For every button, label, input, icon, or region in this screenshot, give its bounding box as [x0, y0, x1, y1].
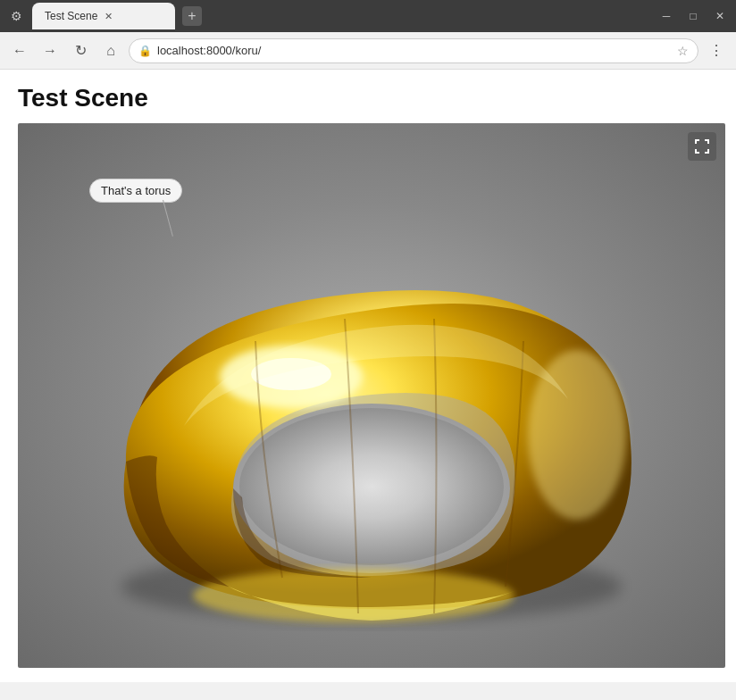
tooltip-text: That's a torus: [101, 184, 171, 197]
fullscreen-button[interactable]: [688, 132, 716, 161]
close-button[interactable]: ✕: [711, 7, 729, 25]
address-bar[interactable]: 🔒 localhost:8000/koru/ ☆: [129, 38, 698, 63]
maximize-button[interactable]: □: [684, 7, 702, 25]
svg-rect-1: [695, 139, 697, 144]
address-text: localhost:8000/koru/: [157, 44, 672, 57]
torus-tooltip: That's a torus: [89, 179, 182, 203]
tab-close-button[interactable]: ✕: [105, 11, 113, 22]
page-content: Test Scene That's a torus: [0, 70, 736, 682]
minimize-button[interactable]: ─: [657, 7, 675, 25]
svg-point-12: [239, 408, 504, 565]
new-tab-button[interactable]: +: [182, 6, 202, 26]
bookmark-icon[interactable]: ☆: [677, 44, 689, 58]
browser-icon: ⚙: [7, 7, 25, 25]
window-controls: ─ □ ✕: [657, 7, 729, 25]
tab-label: Test Scene: [45, 10, 97, 22]
title-bar: ⚙ Test Scene ✕ + ─ □ ✕: [0, 0, 736, 32]
browser-tab[interactable]: Test Scene ✕: [32, 3, 175, 29]
home-button[interactable]: ⌂: [98, 38, 123, 63]
svg-rect-7: [707, 149, 709, 154]
title-bar-left: ⚙ Test Scene ✕ +: [7, 3, 202, 29]
svg-rect-3: [707, 139, 709, 144]
forward-button[interactable]: →: [38, 38, 63, 63]
menu-button[interactable]: ⋮: [704, 38, 729, 63]
3d-scene-container[interactable]: That's a torus: [18, 123, 725, 668]
torus-3d-object: [50, 203, 693, 631]
page-title: Test Scene: [18, 84, 718, 112]
navigation-bar: ← → ↻ ⌂ 🔒 localhost:8000/koru/ ☆ ⋮: [0, 32, 736, 70]
back-button[interactable]: ←: [7, 38, 32, 63]
refresh-button[interactable]: ↻: [68, 38, 93, 63]
svg-rect-5: [695, 149, 697, 154]
lock-icon: 🔒: [138, 45, 152, 57]
